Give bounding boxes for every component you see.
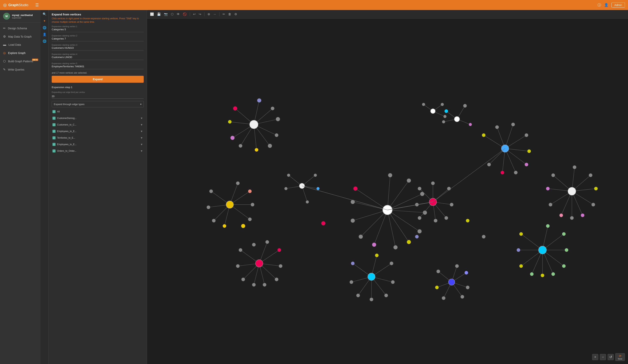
- arrow-tool[interactable]: →: [212, 12, 217, 17]
- edge-types-dropdown[interactable]: Expand through edge types ▾: [52, 101, 144, 107]
- edge-checkbox-1[interactable]: ✓: [53, 123, 56, 126]
- svg-point-63: [549, 203, 552, 207]
- expand-tool-icon[interactable]: ✦: [43, 19, 46, 23]
- svg-point-126: [407, 178, 411, 183]
- svg-point-64: [559, 214, 563, 217]
- graph-area: ⬜ 💾 📷 ⬡ 👁 🚫 ↩ ↪ ⊕ → ✏ 🗑 ⚙: [147, 10, 628, 364]
- svg-point-14: [230, 136, 235, 140]
- hide-tool[interactable]: 🚫: [182, 11, 187, 17]
- svg-point-74: [430, 109, 435, 114]
- svg-point-124: [372, 242, 376, 247]
- svg-point-15: [238, 144, 242, 148]
- sidebar-item-map-data[interactable]: ⚙ Map Data To Graph: [0, 32, 41, 41]
- expansion-label-5: Expansion starting vertex 5: [52, 62, 144, 65]
- svg-point-44: [511, 123, 515, 126]
- svg-point-65: [573, 165, 576, 169]
- svg-point-105: [316, 187, 319, 190]
- force-label: force: [618, 358, 622, 360]
- filter-icon-5[interactable]: ▼: [140, 149, 143, 152]
- tool-sidebar: 🔍 ✦ 🌐 👤 🌐: [41, 10, 49, 364]
- force-layout-button[interactable]: ⟳ force: [615, 353, 625, 361]
- svg-point-43: [495, 125, 499, 129]
- edit-tool[interactable]: ✏: [222, 11, 226, 17]
- write-queries-icon: ✎: [3, 68, 5, 71]
- svg-point-12: [233, 106, 237, 110]
- build-graph-badge: BETA: [32, 59, 38, 61]
- svg-point-120: [353, 186, 358, 191]
- hamburger-menu[interactable]: ☰: [35, 3, 39, 7]
- sidebar-item-write-queries[interactable]: ✎ Write Queries: [0, 65, 41, 74]
- edge-limit-input[interactable]: [52, 94, 144, 99]
- filter-icon-4[interactable]: ▼: [140, 143, 143, 146]
- svg-point-161: [241, 278, 245, 281]
- svg-point-160: [236, 264, 239, 268]
- svg-point-21: [255, 148, 258, 152]
- sidebar-item-load-data[interactable]: ▬ Load Data: [0, 41, 41, 49]
- eye-tool[interactable]: 👁: [176, 12, 180, 17]
- sidebar-item-build-graph[interactable]: ⬡ Build Graph Patterns BETA: [0, 57, 41, 65]
- admin-button[interactable]: Admin: [611, 2, 625, 7]
- user-profile-icon[interactable]: 👤: [604, 3, 608, 7]
- svg-point-87: [209, 189, 213, 193]
- zoom-in-button[interactable]: +: [592, 354, 598, 360]
- svg-point-183: [384, 294, 388, 297]
- edge-item-0: ✓ CustomerDemog... ▼: [52, 116, 144, 121]
- undo-tool[interactable]: ↩: [192, 11, 196, 17]
- sidebar-item-design-schema[interactable]: ✏ Design Schema: [0, 24, 41, 32]
- sidebar-label-load-data: Load Data: [8, 43, 21, 46]
- filter-icon-2[interactable]: ▼: [140, 130, 143, 133]
- zoom-out-button[interactable]: −: [600, 354, 606, 360]
- select-tool[interactable]: ⬜: [149, 11, 155, 17]
- settings-tool[interactable]: ⚙: [234, 11, 238, 17]
- save-tool[interactable]: 💾: [156, 11, 162, 17]
- user-role: superuser: [12, 17, 33, 19]
- graph-svg: [147, 18, 628, 364]
- avatar: M: [3, 13, 10, 20]
- search-tool-icon[interactable]: 🔍: [43, 12, 47, 16]
- svg-point-164: [277, 248, 281, 252]
- sidebar-item-explore-graph[interactable]: ◎ Explore Graph: [0, 49, 41, 57]
- delete-tool[interactable]: 🗑: [227, 12, 232, 17]
- edge-label-1: Customers_to_C...: [57, 123, 139, 126]
- filter-icon-1[interactable]: ▼: [140, 123, 143, 126]
- redo-tool[interactable]: ↪: [198, 11, 202, 17]
- svg-point-159: [238, 248, 242, 252]
- refresh-button[interactable]: ↺: [608, 354, 614, 360]
- globe-tool-icon[interactable]: 🌐: [43, 26, 47, 29]
- svg-point-122: [351, 218, 355, 223]
- svg-point-91: [236, 181, 239, 185]
- user-tool-icon[interactable]: 👤: [43, 33, 47, 36]
- filter-icon-3[interactable]: ▼: [140, 136, 143, 139]
- edge-item-1: ✓ Customers_to_C... ▼: [52, 122, 144, 128]
- edge-checkbox-4[interactable]: ✓: [53, 143, 56, 146]
- edge-checkbox-2[interactable]: ✓: [53, 130, 56, 133]
- more-vertices-text: and 17 more vertices are selected.: [52, 72, 144, 74]
- filter-icon-0[interactable]: ▼: [140, 117, 143, 120]
- svg-point-131: [393, 245, 397, 249]
- svg-point-194: [435, 286, 439, 289]
- edge-limit-label: Expanding out edge limit per vertex: [52, 91, 144, 93]
- svg-point-167: [263, 283, 266, 287]
- svg-point-162: [252, 283, 256, 287]
- edge-checkbox-0[interactable]: ✓: [53, 117, 56, 120]
- edge-all-checkbox[interactable]: ✓: [53, 110, 56, 113]
- info-icon[interactable]: ⓘ: [598, 3, 601, 7]
- topbar: ◎ GraphStudio ☰ ⓘ 👤 Admin: [0, 0, 628, 10]
- screenshot-tool[interactable]: 📷: [163, 11, 168, 17]
- shape-tool[interactable]: ⬡: [170, 11, 174, 17]
- svg-point-26: [454, 116, 460, 122]
- edge-checkbox-5[interactable]: ✓: [53, 149, 56, 152]
- edge-checkbox-3[interactable]: ✓: [53, 136, 56, 139]
- edge-types-label: Expand through edge types: [54, 103, 84, 106]
- layout-tool-icon[interactable]: 🌐: [43, 39, 47, 43]
- logo-icon: ◎: [3, 2, 7, 7]
- add-tool[interactable]: ⊕: [207, 11, 211, 17]
- graph-toolbar: ⬜ 💾 📷 ⬡ 👁 🚫 ↩ ↪ ⊕ → ✏ 🗑 ⚙: [147, 10, 628, 18]
- svg-point-49: [500, 171, 504, 174]
- expand-button[interactable]: Expand: [52, 76, 144, 83]
- svg-point-16: [257, 98, 261, 103]
- svg-point-40: [501, 145, 509, 152]
- svg-point-145: [447, 187, 451, 190]
- edge-type-list: ✓ All ✓ CustomerDemog... ▼ ✓ Customers_t…: [52, 109, 144, 154]
- graph-canvas[interactable]: + − ↺ ⟳ force: [147, 18, 628, 364]
